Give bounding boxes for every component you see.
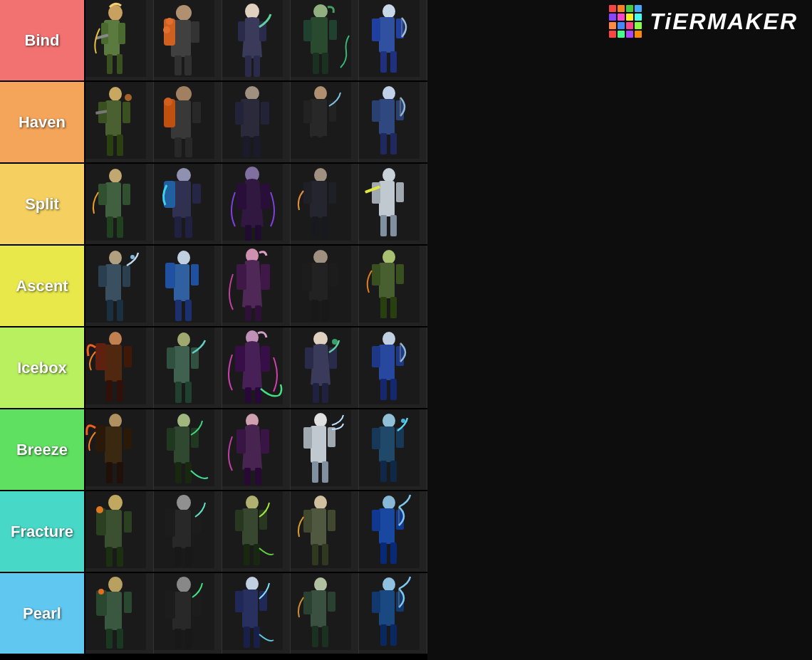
- list-item[interactable]: [154, 0, 222, 80]
- svg-rect-117: [107, 300, 113, 321]
- svg-rect-205: [303, 427, 312, 449]
- svg-rect-242: [303, 510, 312, 533]
- svg-rect-122: [174, 264, 189, 301]
- list-item[interactable]: [359, 409, 427, 490]
- svg-rect-241: [311, 508, 326, 545]
- svg-rect-177: [372, 346, 380, 367]
- svg-point-113: [109, 251, 122, 265]
- svg-rect-214: [380, 461, 387, 482]
- tier-label-split: Split: [0, 164, 85, 244]
- svg-rect-298: [635, 14, 642, 21]
- list-item[interactable]: [85, 164, 154, 244]
- svg-rect-273: [259, 591, 267, 611]
- list-item[interactable]: [154, 573, 222, 654]
- svg-rect-106: [379, 181, 395, 216]
- tier-label-haven: Haven: [0, 82, 85, 162]
- list-item[interactable]: [85, 491, 154, 572]
- list-item[interactable]: [291, 328, 359, 408]
- svg-rect-186: [124, 428, 132, 449]
- list-item[interactable]: [154, 82, 222, 162]
- list-item[interactable]: [359, 573, 427, 654]
- tier-row-bind: Bind: [0, 0, 427, 82]
- svg-rect-265: [165, 590, 175, 619]
- list-item[interactable]: [85, 409, 154, 490]
- svg-rect-35: [380, 51, 387, 73]
- svg-rect-153: [117, 380, 123, 402]
- list-item[interactable]: [154, 409, 222, 490]
- svg-rect-27: [329, 20, 337, 40]
- list-item[interactable]: [291, 82, 359, 162]
- svg-point-190: [177, 414, 190, 428]
- tier-items-fracture: [85, 491, 427, 572]
- svg-rect-58: [235, 102, 244, 125]
- list-item[interactable]: [291, 246, 359, 326]
- list-item[interactable]: [291, 409, 359, 490]
- svg-point-141: [382, 250, 395, 264]
- tier-items-split: [85, 164, 427, 244]
- svg-rect-124: [191, 264, 199, 286]
- svg-rect-230: [175, 547, 182, 567]
- svg-rect-278: [311, 590, 326, 627]
- tier-label-breeze: Breeze: [0, 409, 85, 490]
- svg-rect-151: [124, 346, 132, 367]
- list-item[interactable]: [222, 82, 291, 162]
- svg-point-270: [246, 577, 259, 591]
- list-item[interactable]: [154, 328, 222, 408]
- svg-rect-132: [255, 305, 261, 321]
- svg-rect-44: [117, 135, 123, 156]
- svg-rect-305: [626, 31, 633, 38]
- list-item[interactable]: [154, 246, 222, 326]
- list-item[interactable]: [359, 82, 427, 162]
- svg-rect-294: [635, 5, 642, 12]
- list-item[interactable]: [222, 491, 291, 572]
- list-item[interactable]: [291, 164, 359, 244]
- svg-rect-260: [117, 629, 123, 649]
- list-item[interactable]: [222, 409, 291, 490]
- svg-rect-136: [302, 263, 312, 291]
- svg-rect-234: [242, 508, 258, 545]
- svg-rect-237: [244, 544, 250, 565]
- list-item[interactable]: [291, 0, 359, 80]
- svg-rect-142: [379, 263, 395, 298]
- list-item[interactable]: [291, 573, 359, 654]
- list-item[interactable]: [154, 164, 222, 244]
- tier-list: Bind: [0, 0, 427, 655]
- list-item[interactable]: [359, 328, 427, 408]
- svg-rect-207: [312, 461, 318, 483]
- svg-rect-259: [106, 629, 113, 649]
- svg-rect-248: [379, 508, 395, 544]
- list-item[interactable]: [359, 164, 427, 244]
- list-item[interactable]: [85, 0, 154, 80]
- list-item[interactable]: [85, 82, 154, 162]
- tier-items-ascent: [85, 246, 427, 326]
- list-item[interactable]: [359, 0, 427, 80]
- svg-rect-251: [380, 543, 387, 564]
- list-item[interactable]: [85, 328, 154, 408]
- list-item[interactable]: [359, 491, 427, 572]
- list-item[interactable]: [222, 328, 291, 408]
- svg-rect-267: [175, 629, 182, 649]
- svg-rect-200: [244, 468, 251, 485]
- tier-label-icebox: Icebox: [0, 328, 85, 408]
- svg-rect-236: [259, 510, 267, 530]
- list-item[interactable]: [85, 573, 154, 654]
- svg-rect-131: [245, 305, 251, 321]
- list-item[interactable]: [291, 491, 359, 572]
- svg-rect-285: [379, 590, 395, 626]
- svg-rect-22: [254, 56, 260, 77]
- list-item[interactable]: [85, 246, 154, 326]
- svg-rect-14: [184, 56, 192, 75]
- list-item[interactable]: [222, 246, 291, 326]
- list-item[interactable]: [222, 164, 291, 244]
- list-item[interactable]: [359, 246, 427, 326]
- list-item[interactable]: [222, 573, 291, 654]
- svg-rect-291: [609, 5, 616, 12]
- svg-rect-118: [117, 300, 123, 321]
- tier-label-ascent: Ascent: [0, 246, 85, 326]
- logo-text: TiERMAKER: [650, 10, 798, 33]
- svg-point-173: [332, 339, 338, 345]
- list-item[interactable]: [154, 491, 222, 572]
- svg-rect-249: [372, 510, 380, 531]
- list-item[interactable]: [222, 0, 291, 80]
- svg-rect-90: [185, 216, 192, 238]
